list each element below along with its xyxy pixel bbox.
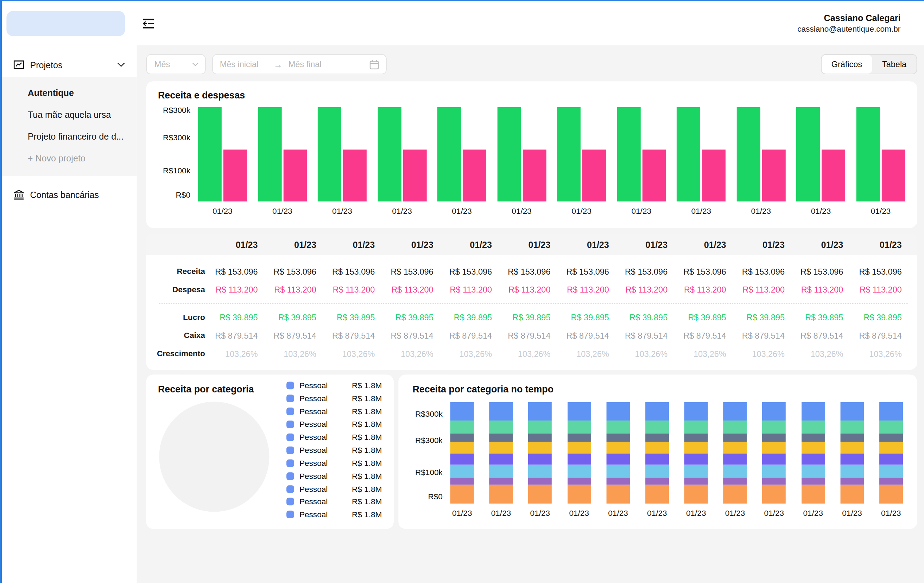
chart2-bar-group: 01/23 <box>450 402 474 517</box>
stacked-bar-segment <box>450 478 474 485</box>
sidebar-item-projetos[interactable]: Projetos <box>2 53 137 77</box>
stacked-bar-segment <box>567 442 591 453</box>
chart2-y-tick: R$300k <box>415 410 443 418</box>
stacked-bar-segment <box>762 453 786 464</box>
stacked-bar-segment <box>801 453 825 464</box>
stacked-bar-segment <box>645 421 669 434</box>
pie-chart <box>159 402 269 512</box>
table-cell: R$ 879.514 <box>615 331 673 340</box>
stacked-bar-segment <box>606 464 630 478</box>
table-column-header: 01/23 <box>556 239 615 249</box>
table-cell: 103,26% <box>673 349 732 358</box>
toggle-graficos[interactable]: Gráficos <box>821 55 872 74</box>
stacked-bar <box>723 402 747 504</box>
main-content: Mês Mês inicial → Mês final <box>137 45 924 583</box>
chart2-x-label: 01/23 <box>452 509 472 517</box>
legend-value: R$ 1.8M <box>352 458 382 467</box>
table-cell: R$ 113.200 <box>205 285 264 294</box>
legend-value: R$ 1.8M <box>352 497 382 506</box>
stacked-bar-segment <box>528 442 552 453</box>
stacked-bar-segment <box>490 402 513 421</box>
legend-item: PessoalR$ 1.8M <box>286 457 382 470</box>
stacked-bar-segment <box>723 442 747 453</box>
stacked-bar-segment <box>879 485 903 504</box>
legend-swatch-icon <box>286 485 294 492</box>
sidebar-item-contas-bancarias[interactable]: Contas bancárias <box>2 182 137 207</box>
legend-item: PessoalR$ 1.8M <box>286 392 382 405</box>
table-cell: R$ 39.895 <box>790 313 849 322</box>
stacked-bar-segment <box>450 464 474 478</box>
table-column-header: 01/23 <box>615 239 673 249</box>
range-start-placeholder: Mês inicial <box>220 59 258 69</box>
stacked-bar-segment <box>762 402 786 421</box>
chart1-x-label: 01/23 <box>691 207 711 216</box>
table-cell: 103,26% <box>264 349 322 358</box>
collapse-sidebar-button[interactable] <box>141 15 156 31</box>
sidebar-projects-label: Projetos <box>30 60 62 70</box>
table-cell: R$ 113.200 <box>498 285 556 294</box>
legend-value: R$ 1.8M <box>352 407 382 416</box>
chart1-bar-pair <box>258 107 307 201</box>
chart1-bar-group: 01/23 <box>557 107 606 216</box>
stacked-bar <box>645 402 669 504</box>
stacked-bar-segment <box>801 442 825 453</box>
stacked-bar-segment <box>723 421 747 434</box>
chart2-x-label: 01/23 <box>608 509 628 517</box>
toggle-tabela[interactable]: Tabela <box>872 55 917 74</box>
month-select-placeholder: Mês <box>155 59 170 69</box>
stacked-bar-segment <box>645 478 669 485</box>
legend-item: PessoalR$ 1.8M <box>286 469 382 483</box>
project-item-autentique[interactable]: Autentique <box>2 82 137 104</box>
projects-chart-icon <box>14 60 24 70</box>
stacked-bar-segment <box>490 453 513 464</box>
legend-item: PessoalR$ 1.8M <box>286 496 382 509</box>
table-cell: R$ 113.200 <box>732 285 790 294</box>
table-column-header: 01/23 <box>790 239 849 249</box>
stacked-bar <box>685 402 708 504</box>
table-cell: R$ 879.514 <box>849 331 908 340</box>
month-range-input[interactable]: Mês inicial → Mês final <box>212 54 387 74</box>
despesa-bar <box>283 150 307 201</box>
receita-bar <box>437 107 461 201</box>
stacked-bar-segment <box>606 485 630 504</box>
chart1-x-label: 01/23 <box>452 207 472 216</box>
receita-bar <box>318 107 341 201</box>
chart2-x-label: 01/23 <box>530 509 550 517</box>
chart1-bar-pair <box>796 107 845 201</box>
table-cell: 103,26% <box>732 349 790 358</box>
table-cell: R$ 153.096 <box>556 267 615 276</box>
stacked-bar-segment <box>840 478 864 485</box>
chart1-bar-pair <box>617 107 666 201</box>
stacked-bar-segment <box>685 421 708 434</box>
table-cell: 103,26% <box>790 349 849 358</box>
table-cell: R$ 113.200 <box>439 285 498 294</box>
table-cell: R$ 39.895 <box>264 313 322 322</box>
new-project-button[interactable]: + Novo projeto <box>2 147 137 169</box>
stacked-bar-segment <box>723 485 747 504</box>
table-column-header: 01/23 <box>732 239 790 249</box>
table-cell: R$ 39.895 <box>732 313 790 322</box>
receita-bar <box>676 107 700 201</box>
table-row-label: Despesa <box>146 285 205 294</box>
chart1-y-axis: R$300kR$300kR$100kR$0 <box>158 107 198 201</box>
chart2-y-tick: R$300k <box>415 436 443 445</box>
month-select[interactable]: Mês <box>146 54 206 74</box>
despesa-bar <box>223 150 247 201</box>
table-cell: R$ 879.514 <box>439 331 498 340</box>
user-info[interactable]: Cassiano Calegari cassiano@autentique.co… <box>797 13 901 34</box>
card-receita-por-categoria: Receita por categoria PessoalR$ 1.8MPess… <box>146 374 394 529</box>
despesa-bar <box>582 150 606 201</box>
card-receita-despesas: Receita e despesas R$300kR$300kR$100kR$0… <box>146 81 917 228</box>
legend-swatch-icon <box>286 382 294 390</box>
project-item-projeto-financeiro[interactable]: Projeto financeiro de d... <box>2 125 137 147</box>
table-row: LucroR$ 39.895R$ 39.895R$ 39.895R$ 39.89… <box>146 308 917 326</box>
range-end-placeholder: Mês final <box>289 59 322 69</box>
legend-item: PessoalR$ 1.8M <box>286 379 382 392</box>
project-item-tua-mae-aquela-ursa[interactable]: Tua mãe aquela ursa <box>2 104 137 125</box>
stacked-bar-segment <box>801 464 825 478</box>
stacked-bar-segment <box>450 485 474 504</box>
table-cell: 103,26% <box>381 349 439 358</box>
chart1-plot: 01/2301/2301/2301/2301/2301/2301/2301/23… <box>198 107 905 216</box>
table-column-header: 01/23 <box>673 239 732 249</box>
legend-swatch-icon <box>286 433 294 441</box>
